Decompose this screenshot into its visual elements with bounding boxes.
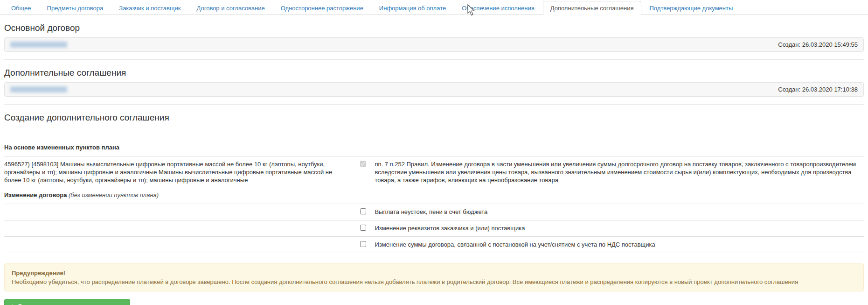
tab-general[interactable]: Общее bbox=[4, 1, 39, 15]
supplementary-agreement-panel: Создан: 26.03.2020 17:10:38 bbox=[4, 82, 864, 97]
supplementary-agreements-title: Дополнительные соглашения bbox=[4, 68, 864, 78]
plan-item-checkbox[interactable] bbox=[360, 161, 366, 167]
agreement-options-table: На основе измененных пунктов плана 45965… bbox=[4, 140, 864, 253]
tab-performance-security[interactable]: Обеспечение исполнения bbox=[454, 1, 542, 15]
tab-unilateral-termination[interactable]: Одностороннее расторжение bbox=[273, 1, 371, 15]
tab-bar: Общее Предметы договора Заказчик и поста… bbox=[0, 0, 868, 15]
main-contract-link-redacted[interactable] bbox=[10, 42, 67, 48]
vat-checkbox[interactable] bbox=[360, 241, 366, 247]
tab-supporting-documents[interactable]: Подтверждающие документы bbox=[642, 1, 741, 15]
main-contract-panel: Создан: 26.03.2020 15:49:55 bbox=[4, 37, 864, 52]
warning-text: Необходимо убедиться, что распределение … bbox=[12, 277, 856, 286]
tab-payment-info[interactable]: Информация об оплате bbox=[372, 1, 453, 15]
create-button-label: Создать дополнительное соглашение bbox=[18, 302, 125, 305]
option-row-vat: Изменение суммы договора, связанной с по… bbox=[4, 237, 864, 253]
plan-item-description: 4596527) [4598103] Машины вычислительные… bbox=[4, 156, 352, 188]
tab-customer-supplier[interactable]: Заказчик и поставщик bbox=[111, 1, 188, 15]
requisites-checkbox[interactable] bbox=[360, 225, 366, 231]
create-supplementary-agreement-button[interactable]: + Создать дополнительное соглашение bbox=[4, 299, 130, 305]
tab-supplementary-agreements[interactable]: Дополнительные соглашения bbox=[543, 1, 641, 15]
plan-item-reason: пп. 7 п.252 Правил. Изменение договора в… bbox=[374, 156, 864, 188]
requisites-option-label: Изменение реквизитов заказчика и (или) п… bbox=[374, 220, 864, 237]
option-row-penalties: Выплата неустоек, пени в счет бюджета bbox=[4, 204, 864, 220]
section-divider bbox=[4, 59, 864, 60]
supplementary-agreement-link-redacted[interactable] bbox=[10, 86, 67, 92]
main-contract-created-label: Создан: 26.03.2020 15:49:55 bbox=[778, 41, 858, 48]
plan-item-row: 4596527) [4598103] Машины вычислительные… bbox=[4, 156, 864, 188]
section-divider bbox=[4, 104, 864, 105]
tab-contract-approval[interactable]: Договор и согласование bbox=[189, 1, 272, 15]
warning-title: Предупреждение! bbox=[12, 269, 856, 277]
contract-change-note: (без изменении пунктов плана) bbox=[69, 192, 159, 199]
tab-contract-subjects[interactable]: Предметы договора bbox=[40, 1, 111, 15]
vat-option-label: Изменение суммы договора, связанной с по… bbox=[374, 237, 864, 253]
contract-change-header: Изменение договора bbox=[4, 192, 67, 199]
warning-alert: Предупреждение! Необходимо убедиться, чт… bbox=[4, 263, 864, 291]
supplementary-agreement-created-label: Создан: 26.03.2020 17:10:38 bbox=[778, 86, 858, 93]
penalties-checkbox[interactable] bbox=[360, 208, 366, 214]
option-row-requisites: Изменение реквизитов заказчика и (или) п… bbox=[4, 220, 864, 237]
creation-section-title: Создание дополнительного соглашения bbox=[4, 113, 864, 122]
penalties-option-label: Выплата неустоек, пени в счет бюджета bbox=[374, 204, 864, 220]
main-contract-title: Основной договор bbox=[4, 23, 864, 33]
plus-icon: + bbox=[10, 303, 14, 305]
based-on-plan-items-header: На основе измененных пунктов плана bbox=[4, 144, 119, 151]
